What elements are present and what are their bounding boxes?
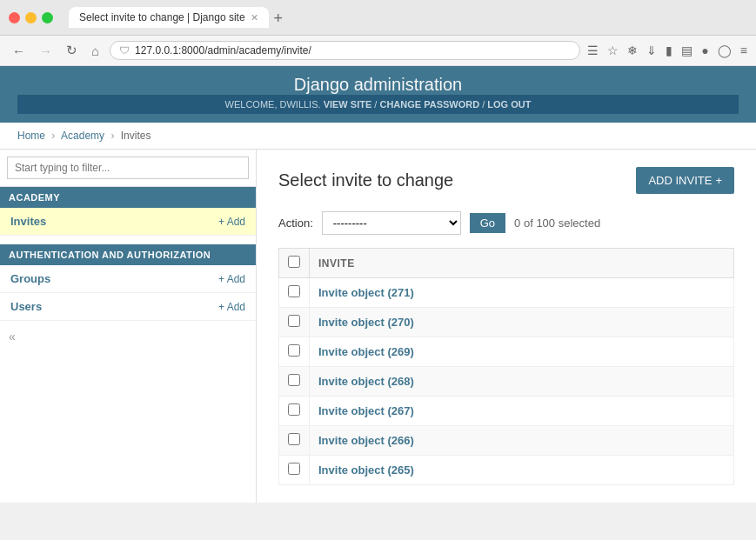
view-site-link[interactable]: VIEW SITE: [324, 99, 372, 110]
bookmarks-icon[interactable]: ▮: [666, 43, 672, 57]
row-invite-link[interactable]: Invite object (271): [318, 286, 414, 299]
invite-table-body: Invite object (271) Invite object (270) …: [279, 278, 734, 485]
download-icon[interactable]: ⇓: [646, 43, 657, 57]
collapse-sidebar: «: [0, 321, 256, 352]
log-out-link[interactable]: LOG OUT: [487, 99, 531, 110]
go-button[interactable]: Go: [470, 213, 505, 233]
page-title: Select invite to change: [278, 170, 453, 190]
bookmark-list-icon[interactable]: ☰: [587, 43, 599, 57]
content-header: Select invite to change ADD INVITE +: [278, 167, 734, 194]
row-checkbox[interactable]: [288, 285, 300, 297]
add-invite-button[interactable]: ADD INVITE +: [636, 167, 734, 194]
sidebar-groups-add[interactable]: + Add: [218, 273, 245, 285]
new-tab-button[interactable]: +: [269, 10, 289, 28]
welcome-text: WELCOME, DWILLIS.: [225, 99, 321, 110]
profile-icon[interactable]: ●: [701, 43, 708, 57]
row-invite-cell: Invite object (265): [310, 456, 734, 485]
row-invite-cell: Invite object (271): [310, 278, 734, 308]
breadcrumb: Home › Academy › Invites: [0, 123, 756, 150]
row-checkbox[interactable]: [288, 403, 300, 416]
breadcrumb-invites: Invites: [121, 130, 151, 142]
browser-tabs: Select invite to change | Django site ✕ …: [69, 7, 288, 28]
row-checkbox-cell: [279, 426, 310, 456]
maximize-window-button[interactable]: [42, 12, 53, 23]
main-content: Select invite to change ADD INVITE + Act…: [257, 150, 756, 503]
sidebar-auth-header: AUTHENTICATION AND AUTHORIZATION: [0, 244, 256, 265]
shield-icon: 🛡: [119, 44, 130, 57]
breadcrumb-academy[interactable]: Academy: [61, 130, 104, 142]
sidebar-users-add[interactable]: + Add: [218, 301, 245, 313]
table-header-row: INVITE: [279, 249, 734, 278]
add-invite-label: ADD INVITE: [648, 174, 712, 187]
sidebar-invites-link[interactable]: Invites: [10, 215, 46, 228]
address-bar-wrap: 🛡: [110, 41, 580, 60]
browser-titlebar: Select invite to change | Django site ✕ …: [9, 7, 747, 28]
row-checkbox[interactable]: [288, 374, 300, 386]
breadcrumb-home[interactable]: Home: [17, 130, 45, 142]
row-invite-link[interactable]: Invite object (266): [318, 434, 414, 447]
window-controls: [9, 12, 53, 23]
star-icon[interactable]: ☆: [607, 43, 619, 57]
row-checkbox-cell: [279, 278, 310, 308]
row-invite-cell: Invite object (267): [310, 397, 734, 426]
row-invite-cell: Invite object (268): [310, 367, 734, 397]
row-checkbox-cell: [279, 456, 310, 485]
menu-icon[interactable]: ≡: [740, 43, 747, 57]
table-row: Invite object (268): [279, 367, 734, 397]
tab-close-button[interactable]: ✕: [251, 12, 258, 23]
selected-count: 0 of 100 selected: [514, 217, 600, 230]
django-title: Django administration: [17, 75, 739, 95]
row-checkbox[interactable]: [288, 315, 300, 327]
sidebar-auth-section: AUTHENTICATION AND AUTHORIZATION Groups …: [0, 244, 256, 321]
row-checkbox[interactable]: [288, 433, 300, 445]
pocket-icon[interactable]: ❄: [627, 43, 638, 57]
row-invite-link[interactable]: Invite object (265): [318, 463, 414, 477]
minimize-window-button[interactable]: [25, 12, 37, 23]
tab-title: Select invite to change | Django site: [79, 11, 245, 23]
row-checkbox-cell: [279, 367, 310, 397]
row-invite-link[interactable]: Invite object (267): [318, 404, 414, 417]
reader-icon[interactable]: ▤: [681, 43, 692, 57]
browser-chrome: Select invite to change | Django site ✕ …: [0, 0, 756, 36]
row-invite-cell: Invite object (270): [310, 308, 734, 337]
collapse-sidebar-button[interactable]: «: [9, 330, 16, 343]
active-tab[interactable]: Select invite to change | Django site ✕: [69, 7, 269, 28]
django-header: Django administration WELCOME, DWILLIS. …: [0, 66, 756, 123]
row-checkbox[interactable]: [288, 344, 300, 357]
django-user-bar: WELCOME, DWILLIS. VIEW SITE / CHANGE PAS…: [17, 95, 739, 114]
row-checkbox-cell: [279, 397, 310, 426]
row-invite-link[interactable]: Invite object (270): [318, 316, 414, 329]
bc-sep-1: ›: [51, 130, 55, 142]
close-window-button[interactable]: [9, 12, 20, 23]
back-button[interactable]: ←: [9, 42, 29, 60]
bc-sep-2: ›: [110, 130, 114, 142]
sidebar-invites-add[interactable]: + Add: [218, 216, 245, 228]
notifications-icon[interactable]: ◯: [718, 43, 732, 57]
sidebar-users-link[interactable]: Users: [10, 300, 42, 313]
action-select[interactable]: ---------: [322, 211, 461, 235]
table-row: Invite object (271): [279, 278, 734, 308]
header-checkbox-col: [279, 249, 310, 278]
row-invite-cell: Invite object (269): [310, 337, 734, 367]
row-invite-cell: Invite object (266): [310, 426, 734, 456]
change-password-link[interactable]: CHANGE PASSWORD: [379, 99, 479, 110]
table-row: Invite object (265): [279, 456, 734, 485]
sidebar-academy-header: ACADEMY: [0, 187, 256, 208]
browser-toolbar: ← → ↻ ⌂ 🛡 ☰ ☆ ❄ ⇓ ▮ ▤ ● ◯ ≡: [0, 36, 756, 66]
forward-button[interactable]: →: [36, 42, 56, 60]
sidebar-groups-link[interactable]: Groups: [10, 272, 50, 285]
row-invite-link[interactable]: Invite object (269): [318, 345, 414, 358]
home-button[interactable]: ⌂: [88, 42, 103, 60]
row-checkbox[interactable]: [288, 463, 300, 475]
toolbar-icons: ☰ ☆ ❄ ⇓ ▮ ▤ ● ◯ ≡: [587, 43, 747, 57]
invite-column-header: INVITE: [310, 249, 734, 278]
refresh-button[interactable]: ↻: [63, 41, 81, 60]
row-invite-link[interactable]: Invite object (268): [318, 375, 414, 388]
sidebar-item-groups: Groups + Add: [0, 265, 256, 293]
action-bar: Action: --------- Go 0 of 100 selected: [278, 211, 734, 235]
table-row: Invite object (269): [279, 337, 734, 367]
select-all-checkbox[interactable]: [288, 256, 300, 268]
sidebar-filter-input[interactable]: [7, 157, 249, 179]
invite-table: INVITE Invite object (271) Invite object…: [278, 248, 734, 485]
address-bar[interactable]: [135, 44, 571, 57]
